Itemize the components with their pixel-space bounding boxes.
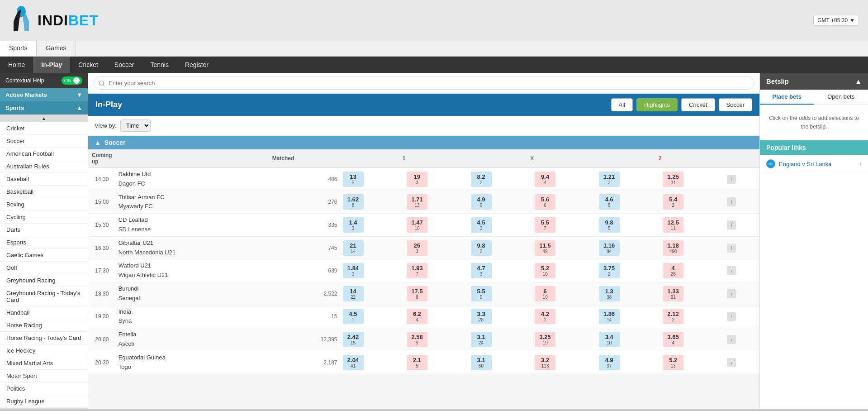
match-info[interactable]: i bbox=[724, 214, 759, 237]
info-button[interactable]: i bbox=[727, 220, 736, 229]
nav-cricket[interactable]: Cricket bbox=[70, 57, 106, 73]
odds-x-lay[interactable]: 9.4 4 bbox=[532, 168, 596, 191]
odds-2-lay[interactable]: 1.33 61 bbox=[660, 282, 724, 305]
filter-highlights[interactable]: Highlights bbox=[636, 98, 678, 111]
odds-cell-2-lay[interactable]: 1.25 31 bbox=[663, 172, 683, 187]
sidebar-item-boxing[interactable]: Boxing bbox=[0, 198, 88, 211]
odds-cell-2-lay[interactable]: 5.2 13 bbox=[663, 355, 683, 370]
odds-cell-2-back[interactable]: 1.21 3 bbox=[599, 172, 620, 187]
odds-cell-x-back[interactable]: 3.1 24 bbox=[471, 332, 492, 347]
nav-register[interactable]: Register bbox=[177, 57, 217, 73]
odds-cell-x-lay[interactable]: 4.2 1 bbox=[535, 309, 555, 324]
match-info[interactable]: i bbox=[724, 168, 759, 191]
odds-cell-2-lay[interactable]: 2.12 2 bbox=[663, 309, 683, 324]
tab-games[interactable]: Games bbox=[37, 41, 76, 56]
odds-cell-2-back[interactable]: 3.4 10 bbox=[599, 332, 620, 347]
odds-x-lay[interactable]: 5.5 7 bbox=[532, 214, 596, 237]
match-info[interactable]: i bbox=[724, 191, 759, 214]
odds-x-lay[interactable]: 3.25 19 bbox=[532, 328, 596, 351]
odds-2-lay[interactable]: 4 26 bbox=[660, 259, 724, 282]
info-button[interactable]: i bbox=[727, 335, 736, 344]
sidebar-item-mma[interactable]: Mixed Martial Arts bbox=[0, 357, 88, 370]
odds-cell-2-back[interactable]: 4.6 9 bbox=[599, 194, 620, 210]
info-button[interactable]: i bbox=[727, 358, 736, 367]
odds-cell-x-back[interactable]: 5.5 9 bbox=[471, 286, 492, 301]
odds-cell-2-back[interactable]: 1.16 84 bbox=[599, 240, 620, 256]
odds-cell-x-lay[interactable]: 3.25 19 bbox=[535, 332, 555, 347]
odds-2-back[interactable]: 4.6 9 bbox=[596, 191, 660, 214]
odds-cell-x-lay[interactable]: 11.5 49 bbox=[535, 240, 555, 256]
odds-cell-1-lay[interactable]: 2.1 5 bbox=[407, 355, 427, 370]
sidebar-item-american-football[interactable]: American Football bbox=[0, 148, 88, 160]
sidebar-item-baseball[interactable]: Baseball bbox=[0, 173, 88, 186]
filter-all[interactable]: All bbox=[611, 98, 633, 111]
odds-1-lay[interactable]: 1.47 10 bbox=[404, 214, 468, 237]
odds-1-lay[interactable]: 19 3 bbox=[404, 168, 468, 191]
timezone-selector[interactable]: GMT +05:30 ▼ bbox=[813, 15, 859, 26]
odds-cell-x-lay[interactable]: 5.5 7 bbox=[535, 217, 555, 233]
odds-cell-1-lay[interactable]: 25 3 bbox=[407, 240, 427, 256]
sidebar-scroll-up[interactable]: ▲ bbox=[0, 115, 88, 122]
contextual-help-toggle[interactable]: ON bbox=[62, 76, 83, 85]
odds-1-back[interactable]: 1.84 3 bbox=[340, 259, 404, 282]
odds-x-lay[interactable]: 4.2 1 bbox=[532, 305, 596, 328]
odds-2-lay[interactable]: 3.65 4 bbox=[660, 328, 724, 351]
odds-2-lay[interactable]: 5.4 2 bbox=[660, 191, 724, 214]
odds-cell-1-back[interactable]: 21 14 bbox=[343, 240, 364, 256]
odds-1-back[interactable]: 21 14 bbox=[340, 236, 404, 259]
match-info[interactable]: i bbox=[724, 236, 759, 259]
sidebar-item-golf[interactable]: Golf bbox=[0, 262, 88, 274]
popular-link-england-sri-lanka[interactable]: England v Sri Lanka › bbox=[760, 155, 868, 173]
odds-cell-x-back[interactable]: 3.3 28 bbox=[471, 309, 492, 324]
sidebar-item-horse-racing[interactable]: Horse Racing bbox=[0, 319, 88, 332]
odds-cell-x-lay[interactable]: 5.6 6 bbox=[535, 194, 555, 210]
odds-cell-x-lay[interactable]: 9.4 4 bbox=[535, 172, 555, 187]
odds-1-lay[interactable]: 1.93 7 bbox=[404, 259, 468, 282]
odds-cell-x-back[interactable]: 3.1 50 bbox=[471, 355, 492, 370]
sidebar-sports-section[interactable]: Sports ▲ bbox=[0, 101, 88, 115]
odds-2-lay[interactable]: 2.12 2 bbox=[660, 305, 724, 328]
odds-x-lay[interactable]: 11.5 49 bbox=[532, 236, 596, 259]
odds-2-back[interactable]: 3.75 2 bbox=[596, 259, 660, 282]
odds-2-lay[interactable]: 5.2 13 bbox=[660, 351, 724, 374]
odds-cell-2-lay[interactable]: 5.4 2 bbox=[663, 194, 683, 210]
info-button[interactable]: i bbox=[727, 175, 736, 184]
odds-2-back[interactable]: 9.8 5 bbox=[596, 214, 660, 237]
odds-x-back[interactable]: 3.3 28 bbox=[468, 305, 532, 328]
sidebar-scroll-down[interactable]: ▼ bbox=[0, 408, 88, 409]
odds-cell-2-lay[interactable]: 4 26 bbox=[663, 263, 683, 278]
search-input[interactable] bbox=[94, 76, 754, 90]
nav-tennis[interactable]: Tennis bbox=[142, 57, 176, 73]
info-button[interactable]: i bbox=[727, 312, 736, 321]
odds-cell-2-back[interactable]: 3.75 2 bbox=[599, 263, 620, 278]
odds-cell-1-back[interactable]: 1.84 3 bbox=[343, 263, 364, 278]
odds-cell-x-back[interactable]: 4.9 9 bbox=[471, 194, 492, 210]
odds-x-back[interactable]: 4.7 3 bbox=[468, 259, 532, 282]
odds-cell-1-lay[interactable]: 1.93 7 bbox=[407, 263, 427, 278]
sidebar-item-soccer[interactable]: Soccer bbox=[0, 135, 88, 148]
odds-x-back[interactable]: 4.9 9 bbox=[468, 191, 532, 214]
odds-2-back[interactable]: 1.86 14 bbox=[596, 305, 660, 328]
odds-cell-x-lay[interactable]: 3.2 113 bbox=[535, 355, 555, 370]
odds-2-lay[interactable]: 1.25 31 bbox=[660, 168, 724, 191]
match-info[interactable]: i bbox=[724, 282, 759, 305]
odds-cell-1-lay[interactable]: 1.71 13 bbox=[407, 194, 427, 210]
odds-1-back[interactable]: 2.42 15 bbox=[340, 328, 404, 351]
sidebar-item-rugby-league[interactable]: Rugby League bbox=[0, 395, 88, 408]
odds-x-lay[interactable]: 5.2 10 bbox=[532, 259, 596, 282]
odds-cell-2-lay[interactable]: 12.5 11 bbox=[663, 217, 683, 233]
odds-cell-1-back[interactable]: 13 5 bbox=[343, 172, 364, 187]
sidebar-item-politics[interactable]: Politics bbox=[0, 382, 88, 395]
odds-1-lay[interactable]: 2.1 5 bbox=[404, 351, 468, 374]
betslip-tab-open[interactable]: Open bets bbox=[814, 90, 868, 105]
odds-cell-x-lay[interactable]: 5.2 10 bbox=[535, 263, 555, 278]
odds-cell-2-back[interactable]: 4.9 37 bbox=[599, 355, 620, 370]
odds-cell-1-lay[interactable]: 1.47 10 bbox=[407, 217, 427, 233]
odds-2-back[interactable]: 1.21 3 bbox=[596, 168, 660, 191]
odds-cell-x-back[interactable]: 4.7 3 bbox=[471, 263, 492, 278]
nav-home[interactable]: Home bbox=[0, 57, 33, 73]
filter-cricket[interactable]: Cricket bbox=[681, 98, 715, 111]
odds-1-back[interactable]: 14 22 bbox=[340, 282, 404, 305]
info-button[interactable]: i bbox=[727, 289, 736, 298]
sidebar-item-greyhound-today[interactable]: Greyhound Racing - Today's Card bbox=[0, 287, 88, 306]
